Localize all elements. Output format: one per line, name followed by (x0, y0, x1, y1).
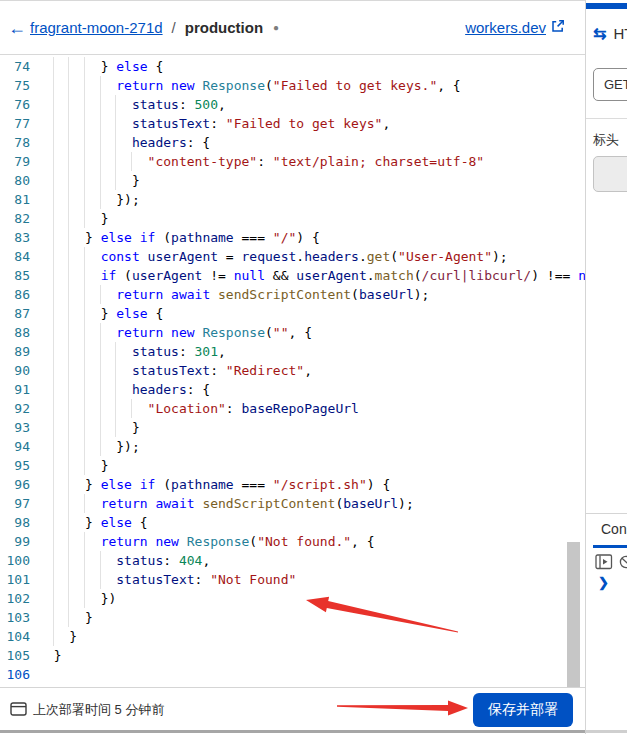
line-number: 74 (0, 57, 30, 76)
code-line: 78 headers: { (0, 133, 585, 152)
line-number: 77 (0, 114, 30, 133)
line-number: 102 (0, 589, 30, 608)
code-line: 89 status: 301, (0, 342, 585, 361)
code-line-text: } else { (38, 57, 163, 76)
line-number: 103 (0, 608, 30, 627)
swap-arrows-icon: ⇆ (593, 24, 606, 43)
code-line-text: } (38, 418, 140, 437)
back-arrow-icon[interactable]: ← (8, 19, 26, 37)
code-line-text: return await sendScriptContent(baseUrl); (38, 494, 414, 513)
status-dot-icon: ● (273, 22, 279, 33)
code-line: 74 } else { (0, 57, 585, 76)
code-line-text: }); (38, 190, 140, 209)
method-dropdown[interactable]: GET (593, 68, 627, 101)
http-test-panel: ⇆ HTTP GET 标头 Console ❯ (585, 0, 627, 734)
line-number: 98 (0, 513, 30, 532)
active-tab-accent-bar (586, 3, 627, 9)
code-line-text: } (38, 627, 77, 646)
line-number: 76 (0, 95, 30, 114)
code-line: 94 }); (0, 437, 585, 456)
worker-name-link[interactable]: fragrant-moon-271d (30, 19, 163, 36)
breadcrumb: ← fragrant-moon-271d / production ● (8, 19, 279, 37)
code-line-text: status: 301, (38, 342, 226, 361)
line-number: 90 (0, 361, 30, 380)
code-line: 79 "content-type": "text/plain; charset=… (0, 152, 585, 171)
external-link-icon[interactable] (551, 19, 565, 37)
code-line: 82 } (0, 209, 585, 228)
line-number: 82 (0, 209, 30, 228)
code-line-text: statusText: "Failed to get keys", (38, 114, 390, 133)
bottom-divider (0, 730, 627, 733)
line-number: 93 (0, 418, 30, 437)
code-line: 105 } (0, 646, 585, 665)
header: ← fragrant-moon-271d / production ● work… (0, 1, 585, 55)
clear-console-icon[interactable] (619, 555, 627, 573)
code-line-text: } else if (pathname === "/script.sh") { (38, 475, 390, 494)
code-line-text: }); (38, 437, 140, 456)
headers-label: 标头 (593, 131, 619, 149)
code-line: 77 statusText: "Failed to get keys", (0, 114, 585, 133)
code-line-text: } (38, 608, 93, 627)
code-line-text: return new Response("Failed to get keys.… (38, 76, 461, 95)
workers-dev-link[interactable]: workers.dev (465, 19, 546, 36)
tab-http[interactable]: ⇆ HTTP (593, 24, 627, 43)
line-number: 85 (0, 266, 30, 285)
line-number: 89 (0, 342, 30, 361)
code-line: 102 }) (0, 589, 585, 608)
line-number: 92 (0, 399, 30, 418)
code-line-text: "content-type": "text/plain; charset=utf… (38, 152, 484, 171)
code-line-text: "Location": baseRepoPageUrl (38, 399, 359, 418)
code-line: 91 headers: { (0, 380, 585, 399)
code-line-text: return await sendScriptContent(baseUrl); (38, 285, 429, 304)
line-number: 100 (0, 551, 30, 570)
code-line: 83 } else if (pathname === "/") { (0, 228, 585, 247)
line-number: 80 (0, 171, 30, 190)
run-console-icon[interactable] (595, 554, 613, 574)
code-line: 93 } (0, 418, 585, 437)
code-line: 98 } else { (0, 513, 585, 532)
code-line-text: } else if (pathname === "/") { (38, 228, 320, 247)
code-line: 92 "Location": baseRepoPageUrl (0, 399, 585, 418)
code-line-text: } else { (38, 304, 163, 323)
code-line: 86 return await sendScriptContent(baseUr… (0, 285, 585, 304)
code-line: 96 } else if (pathname === "/script.sh")… (0, 475, 585, 494)
http-tab-label: HTTP (613, 25, 627, 42)
code-line: 84 const userAgent = request.headers.get… (0, 247, 585, 266)
headers-input[interactable] (593, 156, 627, 192)
code-line: 97 return await sendScriptContent(baseUr… (0, 494, 585, 513)
code-line-text: } (38, 209, 108, 228)
line-number: 75 (0, 76, 30, 95)
code-line-text: return new Response("Not found.", { (38, 532, 375, 551)
bottom-divider-right (585, 730, 627, 733)
workers-dev-group: workers.dev (465, 19, 565, 37)
code-line: 90 statusText: "Redirect", (0, 361, 585, 380)
code-line-text: } else { (38, 513, 148, 532)
code-line-text: headers: { (38, 380, 210, 399)
deployment-window-icon (10, 702, 27, 720)
line-number: 94 (0, 437, 30, 456)
code-line-text: const userAgent = request.headers.get("U… (38, 247, 508, 266)
line-number: 87 (0, 304, 30, 323)
code-line: 75 return new Response("Failed to get ke… (0, 76, 585, 95)
last-deploy-time: 上次部署时间 5 分钟前 (33, 701, 164, 719)
tab-console[interactable]: Console (601, 521, 627, 537)
code-line-text: status: 404, (38, 551, 210, 570)
console-panel-divider (586, 513, 627, 514)
method-value: GET (604, 77, 627, 92)
line-number: 101 (0, 570, 30, 589)
line-number: 78 (0, 133, 30, 152)
line-number: 104 (0, 627, 30, 646)
code-line: 106 (0, 665, 585, 684)
line-number-active: 106 (0, 665, 30, 684)
code-line-text: } (38, 456, 108, 475)
code-editor[interactable]: 74 } else {75 return new Response("Faile… (0, 55, 585, 687)
code-line: 100 status: 404, (0, 551, 585, 570)
workers-dashboard: ← fragrant-moon-271d / production ● work… (0, 0, 627, 734)
code-line: 95 } (0, 456, 585, 475)
line-number: 86 (0, 285, 30, 304)
code-line-text: } (38, 171, 140, 190)
line-number: 79 (0, 152, 30, 171)
code-line-text: }) (38, 589, 116, 608)
vertical-scrollbar[interactable] (567, 542, 580, 687)
save-and-deploy-button[interactable]: 保存并部署 (473, 693, 573, 727)
